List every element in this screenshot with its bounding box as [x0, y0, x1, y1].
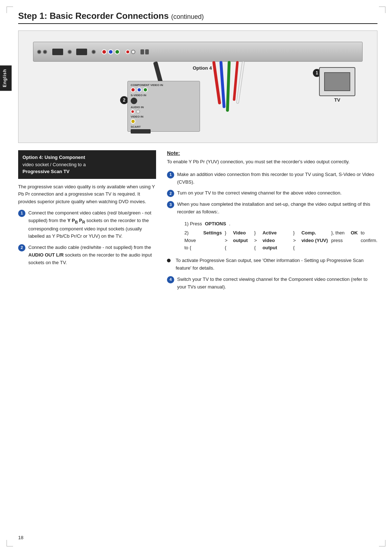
right-step-1: 1 Make an addition video connection from…: [167, 171, 377, 186]
left-step-1-text: Connect the component video cables (red/…: [28, 209, 156, 240]
connector-label-audio: AUDIO IN: [131, 106, 197, 109]
diagram-inner: Option 4 1 2 COMPONENT VIDEO IN S-VIDEO …: [19, 31, 377, 143]
left-step-1: 1 Connect the component video cables (re…: [18, 209, 156, 240]
right-steps-list: 1 Make an addition video connection from…: [167, 171, 377, 291]
right-step-2: 2 Turn on your TV to the correct viewing…: [167, 189, 377, 197]
conn-r: [131, 87, 135, 92]
connector-panel: COMPONENT VIDEO IN S-VIDEO IN AUDIO IN: [127, 81, 200, 132]
digital-out-port1: [140, 49, 144, 54]
scart-port: [131, 129, 151, 134]
right-step-1-text: Make an addition video connection from t…: [177, 171, 377, 186]
recorder-panel-ports: [33, 42, 362, 61]
port-tvout: [37, 50, 41, 54]
connector-label-svideo: S-VIDEO IN: [131, 94, 197, 97]
component-green-port: [115, 49, 120, 54]
option4-label: Option 4: [193, 65, 212, 71]
port-totv: [68, 50, 72, 54]
right-step-4: 4 Switch your TV to the correct viewing …: [167, 276, 377, 291]
corner-mark-br: [379, 540, 385, 546]
port-ext1: [52, 49, 63, 55]
connector-label-component: COMPONENT VIDEO IN: [131, 83, 197, 87]
corner-mark-tl: [7, 7, 13, 13]
right-step-3: 3 When you have completed the installati…: [167, 201, 377, 253]
conn-g: [143, 87, 148, 92]
video-in-port: [131, 119, 135, 124]
bullet-dot-1: [167, 259, 171, 262]
conn-audio-r: [131, 110, 135, 114]
right-step-3-text: When you have completed the installation…: [177, 201, 377, 216]
left-steps-list: 1 Connect the component video cables (re…: [18, 209, 156, 267]
left-step-1-num: 1: [18, 210, 25, 217]
recorder-panel: [33, 42, 363, 62]
highlight-line2: video socket / Connecting to a: [23, 162, 86, 167]
highlight-line1: Option 4: Using Component: [23, 155, 85, 160]
audio-white-port: [131, 50, 135, 54]
conn-b: [137, 87, 142, 92]
right-step-3-sub-2: 2) Move to { Settings } > { Video output…: [184, 229, 377, 252]
port-ext2: [76, 49, 87, 55]
left-column: Option 4: Using Component video socket /…: [18, 150, 156, 294]
audio-red-port: [126, 50, 130, 54]
note-text: To enable Y Pb Pr (YUV) connection, you …: [167, 158, 377, 166]
page-title: Step 1: Basic Recorder Connections (cont…: [18, 11, 377, 24]
page-title-continued: (continued): [171, 13, 204, 20]
diagram-box: Option 4 1 2 COMPONENT VIDEO IN S-VIDEO …: [18, 30, 377, 143]
left-step-2-num: 2: [18, 244, 25, 251]
diag-num-2: 2: [120, 96, 128, 104]
digital-out-port2: [145, 49, 149, 54]
left-step-2: 2 Connect the audio cable (red/white - n…: [18, 244, 156, 266]
highlight-line3: Progressive Scan TV: [23, 169, 69, 174]
tv-screen: [324, 72, 350, 91]
conn-audio-w: [136, 110, 140, 114]
right-step-2-text: Turn on your TV to the correct viewing c…: [177, 189, 342, 197]
component-blue-port: [108, 49, 113, 54]
sidebar-language-label: English: [0, 65, 12, 91]
connector-label-scart: SCART: [131, 125, 197, 128]
left-step-2-text: Connect the audio cable (red/white - not…: [28, 244, 156, 266]
right-step-3-num: 3: [167, 201, 174, 208]
tv-label: TV: [334, 97, 340, 103]
cable-green: [226, 61, 231, 112]
page-number: 18: [18, 535, 23, 540]
port-tovcr: [91, 50, 96, 54]
option-highlight-box: Option 4: Using Component video socket /…: [18, 150, 156, 179]
right-step-2-num: 2: [167, 190, 174, 197]
connector-label-video: VIDEO IN: [131, 115, 197, 118]
right-step-3-sub-1: 1) Press OPTIONS.: [184, 220, 377, 228]
corner-mark-tr: [379, 7, 385, 13]
two-column-layout: Option 4: Using Component video socket /…: [18, 150, 377, 294]
left-body-text: The progressive scan video quality is on…: [18, 183, 156, 206]
main-content: Step 1: Basic Recorder Connections (cont…: [18, 0, 377, 294]
right-column: Note: To enable Y Pb Pr (YUV) connection…: [167, 150, 377, 294]
right-step-3-sub: 1) Press OPTIONS. 2) Move to { Settings …: [167, 220, 377, 253]
svideo-port: [131, 98, 137, 104]
page-title-text: Step 1: Basic Recorder Connections: [18, 11, 169, 21]
right-step-4-text: Switch your TV to the correct viewing ch…: [177, 276, 377, 291]
right-step-4-num: 4: [167, 276, 174, 283]
port-antenna: [43, 50, 47, 54]
right-bullet-1: To activate Progressive Scan output, see…: [167, 257, 377, 272]
component-red-port: [102, 49, 107, 54]
note-label: Note:: [167, 150, 377, 156]
tv-diagram: TV: [319, 67, 355, 96]
corner-mark-bl: [7, 540, 13, 546]
right-bullet-1-text: To activate Progressive Scan output, see…: [176, 257, 377, 272]
right-step-1-num: 1: [167, 171, 174, 179]
